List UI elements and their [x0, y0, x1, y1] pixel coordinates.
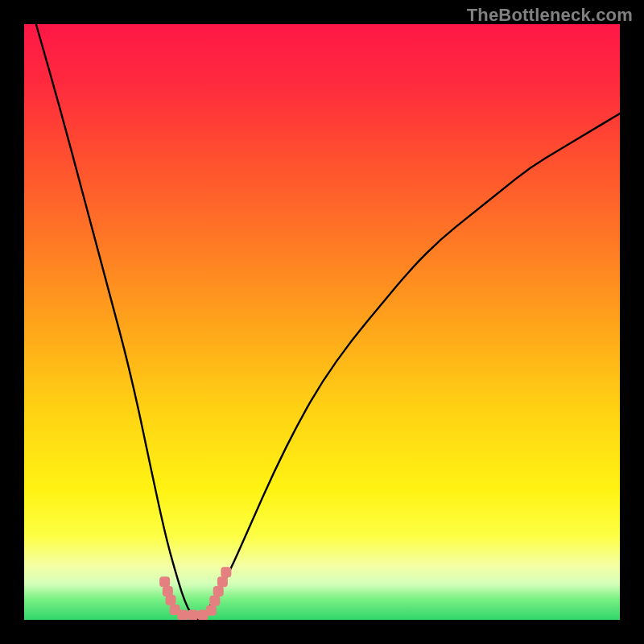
curve-marker [166, 595, 176, 605]
chart-frame: TheBottleneck.com [0, 0, 644, 644]
curve-marker [159, 576, 170, 587]
curve-marker [163, 586, 173, 597]
curve-marker [177, 610, 188, 620]
gradient-background [24, 24, 620, 620]
curve-marker [221, 567, 231, 577]
curve-marker [213, 586, 224, 597]
watermark-text: TheBottleneck.com [467, 5, 633, 26]
curve-marker [188, 610, 198, 620]
curve-marker [209, 596, 220, 606]
bottleneck-chart [24, 24, 620, 620]
curve-marker [206, 605, 217, 616]
curve-marker [217, 576, 228, 587]
